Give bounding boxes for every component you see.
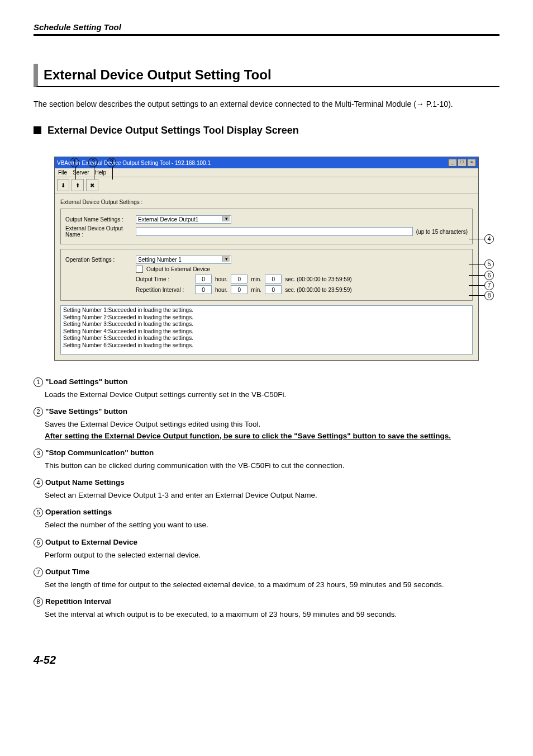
output-time-hour-spin[interactable]: 0 bbox=[195, 275, 212, 284]
subsection-title: External Device Output Settings Tool Dis… bbox=[34, 125, 499, 136]
min-label: min. bbox=[251, 276, 261, 282]
definitions-list: 1"Load Settings" button Loads the Extern… bbox=[34, 377, 499, 620]
page-header: Schedule Setting Tool bbox=[34, 22, 499, 36]
screenshot-figure: 1 2 3 4 5 6 7 8 VBAdmin External Device … bbox=[54, 157, 479, 361]
def-title: "Load Settings" button bbox=[45, 377, 128, 386]
output-time-label: Output Time : bbox=[136, 276, 192, 282]
repetition-min-spin[interactable]: 0 bbox=[231, 285, 248, 294]
min-label: min. bbox=[251, 287, 261, 293]
client-area: External Device Output Settings : Output… bbox=[55, 193, 478, 360]
def-body: Select the number of the setting you wan… bbox=[34, 519, 499, 531]
def-number: 7 bbox=[34, 568, 43, 577]
output-time-sec-spin[interactable]: 0 bbox=[265, 275, 282, 284]
def-number: 2 bbox=[34, 407, 43, 417]
callout-number: 6 bbox=[484, 271, 494, 280]
log-line: Setting Number 4:Succeeded in loading th… bbox=[63, 328, 470, 336]
def-body-text: Saves the External Device Output setting… bbox=[45, 420, 260, 428]
repetition-sec-spin[interactable]: 0 bbox=[265, 285, 282, 294]
def-number: 3 bbox=[34, 448, 43, 458]
def-body: Saves the External Device Output setting… bbox=[34, 419, 499, 442]
callout-4: 4 bbox=[469, 234, 496, 244]
callout-number: 2 bbox=[88, 158, 98, 167]
def-title: Output Name Settings bbox=[45, 478, 125, 486]
output-name-group: Output Name Settings : External Device O… bbox=[60, 209, 473, 244]
callout-number: 1 bbox=[70, 158, 79, 167]
log-line: Setting Number 1:Succeeded in loading th… bbox=[63, 307, 470, 314]
def-body: Set the length of time for output to the… bbox=[34, 579, 499, 590]
def-body: Loads the External Device Output setting… bbox=[34, 389, 499, 400]
output-to-device-label: Output to External Device bbox=[146, 266, 210, 272]
output-time-min-spin[interactable]: 0 bbox=[231, 275, 248, 284]
toolbar: ⬇ ⬆ ✖ bbox=[55, 177, 478, 193]
def-number: 1 bbox=[34, 377, 43, 387]
def-number: 4 bbox=[34, 478, 43, 488]
stop-communication-button[interactable]: ✖ bbox=[86, 179, 98, 191]
sec-range-label: sec. (00:00:00 to 23:59:59) bbox=[285, 276, 352, 282]
def-item-8: 8Repetition Interval Set the interval at… bbox=[34, 597, 499, 620]
callout-3: 3 bbox=[107, 157, 118, 179]
def-title: "Save Settings" button bbox=[45, 407, 127, 415]
app-window: VBAdmin External Device Output Setting T… bbox=[54, 157, 479, 361]
callout-number: 4 bbox=[484, 234, 494, 244]
operation-combo[interactable]: Setting Number 1 bbox=[136, 256, 231, 264]
sec-range-label: sec. (00:00:00 to 23:59:59) bbox=[285, 287, 352, 293]
def-body: Select an External Device Output 1-3 and… bbox=[34, 490, 499, 501]
subsection-title-text: External Device Output Settings Tool Dis… bbox=[47, 125, 299, 136]
def-body: This button can be clicked during commun… bbox=[34, 460, 499, 471]
callout-6: 6 bbox=[469, 271, 496, 280]
def-number: 8 bbox=[34, 597, 43, 607]
def-title: Output Time bbox=[45, 568, 89, 576]
callout-number: 3 bbox=[107, 158, 116, 167]
callout-8: 8 bbox=[469, 291, 496, 300]
def-title: "Stop Communication" button bbox=[45, 448, 154, 457]
log-line: Setting Number 2:Succeeded in loading th… bbox=[63, 314, 470, 322]
callout-1: 1 bbox=[70, 157, 82, 179]
callout-7: 7 bbox=[469, 281, 496, 290]
output-name-settings-label: Output Name Settings : bbox=[65, 216, 132, 223]
def-title: Operation settings bbox=[45, 508, 112, 516]
callout-number: 5 bbox=[484, 259, 494, 269]
output-name-field-label: External Device Output Name : bbox=[65, 225, 132, 238]
page-number: 4-52 bbox=[34, 654, 499, 667]
section-title: External Device Output Setting Tool bbox=[34, 64, 499, 87]
repetition-label: Repetition Interval : bbox=[136, 287, 192, 293]
settings-group-label: External Device Output Settings : bbox=[60, 199, 473, 205]
output-name-combo[interactable]: External Device Output1 bbox=[136, 215, 231, 224]
menu-file[interactable]: File bbox=[58, 169, 67, 176]
def-number: 5 bbox=[34, 508, 43, 517]
log-line: Setting Number 5:Succeeded in loading th… bbox=[63, 335, 470, 342]
output-name-input[interactable] bbox=[136, 227, 413, 236]
intro-paragraph: The section below describes the output s… bbox=[34, 97, 499, 111]
minimize-button[interactable]: _ bbox=[448, 159, 457, 167]
def-item-7: 7Output Time Set the length of time for … bbox=[34, 568, 499, 590]
def-item-2: 2"Save Settings" button Saves the Extern… bbox=[34, 407, 499, 442]
def-title: Output to External Device bbox=[45, 538, 137, 546]
close-button[interactable]: × bbox=[467, 159, 476, 167]
top-callouts: 1 2 3 bbox=[70, 157, 118, 179]
callout-number: 8 bbox=[484, 291, 494, 300]
def-item-3: 3"Stop Communication" button This button… bbox=[34, 448, 499, 471]
save-settings-button[interactable]: ⬆ bbox=[72, 179, 84, 191]
hour-label: hour. bbox=[215, 276, 227, 282]
def-item-4: 4Output Name Settings Select an External… bbox=[34, 478, 499, 501]
maximize-button[interactable]: □ bbox=[458, 159, 467, 167]
square-bullet-icon bbox=[34, 126, 41, 134]
callout-2: 2 bbox=[88, 157, 100, 179]
def-item-5: 5Operation settings Select the number of… bbox=[34, 508, 499, 531]
output-to-device-checkbox[interactable] bbox=[136, 266, 143, 273]
callout-5: 5 bbox=[469, 259, 496, 269]
repetition-hour-spin[interactable]: 0 bbox=[195, 285, 212, 294]
log-line: Setting Number 3:Succeeded in loading th… bbox=[63, 321, 470, 328]
def-item-1: 1"Load Settings" button Loads the Extern… bbox=[34, 377, 499, 400]
def-number: 6 bbox=[34, 538, 43, 547]
operation-group: Operation Settings : Setting Number 1 Ou… bbox=[60, 249, 473, 301]
def-body: Perform output to the selected external … bbox=[34, 550, 499, 561]
operation-settings-label: Operation Settings : bbox=[65, 257, 132, 263]
def-item-6: 6Output to External Device Perform outpu… bbox=[34, 538, 499, 561]
hour-label: hour. bbox=[215, 287, 227, 293]
window-buttons: _ □ × bbox=[448, 159, 476, 167]
log-output: Setting Number 1:Succeeded in loading th… bbox=[60, 305, 473, 355]
log-line: Setting Number 6:Succeeded in loading th… bbox=[63, 342, 470, 349]
load-settings-button[interactable]: ⬇ bbox=[57, 179, 69, 191]
def-title: Repetition Interval bbox=[45, 597, 111, 606]
